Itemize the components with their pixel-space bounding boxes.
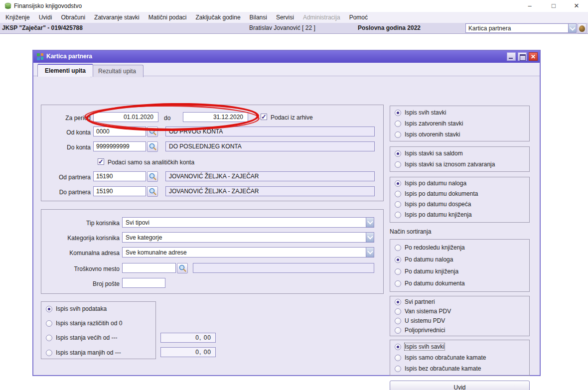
radio-icon[interactable]	[395, 257, 401, 263]
datum-option-label: Ispis po datumu dokumenta	[405, 190, 478, 197]
troskovno-mesto-search-button[interactable]	[177, 263, 188, 273]
menu-pomoc[interactable]: Pomoć	[345, 12, 372, 23]
podaci-iz-arhive-label: Podaci iz arhive	[271, 114, 313, 121]
komunalna-adresa-label: Komunalna adresa	[43, 250, 120, 257]
close-window-button[interactable]: ✕	[568, 1, 585, 11]
od-partnera-input[interactable]	[93, 171, 146, 181]
radio-icon[interactable]	[46, 335, 52, 341]
magnifier-icon	[148, 187, 157, 196]
od-konta-input[interactable]	[93, 127, 146, 136]
partneri-option-label: Poljoprivrednici	[405, 327, 445, 334]
radio-icon[interactable]	[395, 191, 401, 197]
stavke-option-label: Ispis zatvorenih stavki	[405, 120, 463, 127]
menu-knjizenje[interactable]: Knjiženje	[1, 12, 34, 23]
tip-korisnika-select[interactable]: Svi tipovi	[122, 217, 374, 228]
tab-rezultati-upita[interactable]: Rezultati upita	[91, 65, 144, 77]
dialog-close-button[interactable]: ✕	[529, 52, 538, 61]
chevron-down-icon[interactable]	[568, 24, 576, 32]
analiticka-konta-checkbox[interactable]	[98, 158, 104, 165]
troskovno-mesto-label: Troškovno mesto	[43, 265, 120, 272]
amount-less-field[interactable]: 0, 00	[160, 347, 216, 357]
radio-icon[interactable]	[46, 306, 52, 312]
amount-greater-field[interactable]: 0, 00	[160, 333, 216, 343]
menu-servisi[interactable]: Servisi	[272, 12, 298, 23]
radio-icon[interactable]	[395, 355, 401, 361]
scope-option-label: Ispis stanja većih od ---	[56, 334, 117, 341]
maximize-window-button[interactable]: □	[545, 1, 562, 11]
saldo-option-label: Ispis stavki sa saldom	[405, 150, 463, 157]
do-konta-label: Do konta	[43, 144, 91, 151]
kategorija-korisnika-label: Kategorija korisnika	[43, 235, 120, 242]
do-konta-input[interactable]	[93, 141, 146, 151]
radio-icon[interactable]	[395, 201, 401, 208]
do-konta-search-button[interactable]	[147, 141, 158, 152]
radio-icon[interactable]	[395, 299, 401, 305]
menu-uvidi[interactable]: Uvidi	[34, 12, 57, 23]
chevron-down-icon[interactable]	[366, 248, 374, 257]
podaci-iz-arhive-checkbox[interactable]	[261, 114, 267, 120]
do-partnera-description: JOVANOVIĆ ŽELJKA - ZAJEČAR	[165, 186, 375, 196]
dialog-body: Za period do Podaci iz arhive Od konta O…	[33, 76, 540, 377]
radio-icon[interactable]	[395, 268, 401, 275]
datum-option-label: Ispis po datumu dospeća	[405, 201, 471, 208]
radio-icon[interactable]	[395, 150, 401, 157]
od-konta-label: Od konta	[43, 129, 91, 136]
chevron-down-icon[interactable]	[366, 218, 374, 227]
radio-icon[interactable]	[395, 344, 401, 350]
analiticka-konta-label: Podaci samo sa analitičkih konta	[108, 159, 194, 166]
radio-icon[interactable]	[395, 212, 401, 218]
broj-poste-label: Broj pošte	[43, 280, 120, 287]
dialog-maximize-button[interactable]	[518, 52, 527, 61]
od-konta-search-button[interactable]	[147, 127, 158, 137]
radio-icon[interactable]	[395, 161, 401, 168]
saldo-option-label: Ispis stavki sa iznosom zatvaranja	[405, 161, 495, 168]
do-partnera-search-button[interactable]	[147, 186, 158, 197]
radio-icon[interactable]	[395, 110, 401, 116]
kategorija-korisnika-select[interactable]: Sve kategorje	[122, 232, 374, 243]
menu-zakljucak-godine[interactable]: Zaključak godine	[191, 12, 245, 23]
partneri-option-label: U sistemu PDV	[405, 317, 445, 324]
datum-option-label: Ispis po datumu knjiženja	[405, 211, 472, 218]
owl-icon-button[interactable]	[578, 23, 587, 33]
radio-icon[interactable]	[395, 280, 401, 287]
od-partnera-search-button[interactable]	[147, 171, 158, 182]
menu-obracuni[interactable]: Obračuni	[56, 12, 90, 23]
magnifier-icon	[178, 264, 187, 272]
magnifier-icon	[148, 172, 157, 181]
app-title: Finansijsko knjigovodstvo	[14, 2, 82, 9]
uvid-button[interactable]: Uvid	[390, 381, 530, 390]
period-to-input[interactable]	[183, 112, 248, 122]
menu-maticni-podaci[interactable]: Matični podaci	[144, 12, 191, 23]
radio-icon[interactable]	[395, 327, 401, 334]
kartica-partnera-window: Kartica partnera ✕ Elementi upita Rezult…	[32, 50, 541, 376]
sort-option-label: Po datumu dokumenta	[405, 280, 465, 287]
dialog-titlebar[interactable]: Kartica partnera ✕	[33, 51, 540, 63]
radio-icon[interactable]	[46, 320, 52, 327]
tab-elementi-upita[interactable]: Elementi upita	[37, 64, 93, 77]
radio-icon[interactable]	[395, 180, 401, 187]
company-label: JKSP "Zaječar" - 019/425788	[2, 24, 83, 31]
menu-bilansi[interactable]: Bilansi	[245, 12, 272, 23]
radio-icon[interactable]	[395, 366, 401, 372]
period-from-input[interactable]	[93, 112, 158, 122]
radio-icon[interactable]	[395, 121, 401, 127]
radio-icon[interactable]	[395, 308, 401, 315]
radio-icon[interactable]	[395, 245, 401, 251]
broj-poste-input[interactable]	[122, 278, 165, 288]
do-partnera-label: Do partnera	[38, 189, 91, 196]
troskovno-mesto-input[interactable]	[122, 263, 176, 273]
do-partnera-input[interactable]	[93, 186, 146, 196]
menu-zatvaranje-stavki[interactable]: Zatvaranje stavki	[90, 12, 144, 23]
window-icon	[37, 53, 44, 60]
owl-icon	[579, 25, 585, 32]
dialog-minimize-button[interactable]	[507, 52, 516, 61]
radio-icon[interactable]	[395, 318, 401, 324]
kamate-option-label: Ispis bez obračunate kamate	[405, 365, 481, 372]
chevron-down-icon[interactable]	[366, 233, 374, 242]
minimize-window-button[interactable]: –	[521, 1, 538, 11]
nacin-sortiranja-label: Način sortiranja	[390, 228, 431, 235]
radio-icon[interactable]	[395, 131, 401, 138]
komunalna-adresa-select[interactable]: Sve komunalne adrese	[122, 247, 374, 258]
radio-icon[interactable]	[46, 350, 52, 356]
quick-select-combobox[interactable]: Kartica partnera	[465, 23, 577, 33]
